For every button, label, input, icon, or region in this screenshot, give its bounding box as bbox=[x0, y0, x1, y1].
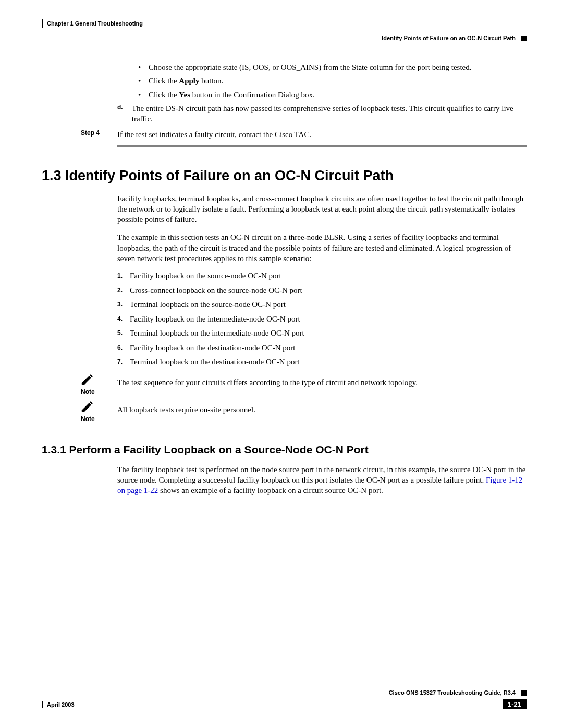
text: Facility loopback on the intermediate-no… bbox=[130, 315, 300, 323]
pencil-icon bbox=[81, 401, 94, 412]
note-label: Note bbox=[81, 388, 117, 396]
text: The facility loopback test is performed … bbox=[117, 465, 526, 484]
chapter-label: Chapter 1 General Troubleshooting bbox=[47, 20, 143, 27]
number: 3. bbox=[117, 301, 123, 309]
section-heading: 1.3 Identify Points of Failure on an OC-… bbox=[42, 168, 527, 184]
square-icon bbox=[521, 36, 527, 41]
note-label: Note bbox=[81, 415, 117, 423]
note-body: The test sequence for your circuits diff… bbox=[117, 374, 527, 391]
subsection-heading: 1.3.1 Perform a Facility Loopback on a S… bbox=[42, 443, 527, 456]
footer-date: April 2003 bbox=[42, 701, 75, 708]
paragraph: The facility loopback test is performed … bbox=[117, 464, 527, 496]
note-block: Note The test sequence for your circuits… bbox=[81, 374, 527, 396]
bullet-list: Choose the appropriate state (IS, OOS, o… bbox=[138, 62, 527, 100]
list-item: 3.Terminal loopback on the source-node O… bbox=[117, 300, 527, 310]
bold-text: Apply bbox=[179, 77, 199, 85]
page: Chapter 1 General Troubleshooting Identi… bbox=[0, 0, 563, 728]
bold-text: Yes bbox=[179, 91, 190, 99]
text: Click the bbox=[149, 77, 179, 85]
note-icon-col: Note bbox=[81, 401, 117, 423]
list-item: 7.Terminal loopback on the destination-n… bbox=[117, 357, 527, 367]
text: button. bbox=[200, 77, 224, 85]
number: 1. bbox=[117, 272, 123, 280]
text: button in the Confirmation Dialog box. bbox=[190, 91, 315, 99]
paragraph: Facility loopbacks, terminal loopbacks, … bbox=[117, 193, 527, 225]
text: Facility loopback on the destination-nod… bbox=[130, 343, 295, 352]
text: shows an example of a facility loopback … bbox=[158, 486, 383, 495]
step-text: If the test set indicates a faulty circu… bbox=[117, 129, 527, 140]
marker: d. bbox=[117, 103, 130, 112]
sub-step-d: d. The entire DS-N circuit path has now … bbox=[117, 103, 527, 125]
list-item: 2.Cross-connect loopback on the source-n… bbox=[117, 286, 527, 296]
list-item: 4.Facility loopback on the intermediate-… bbox=[117, 314, 527, 325]
list-item: 1.Facility loopback on the source-node O… bbox=[117, 271, 527, 281]
main-content: Choose the appropriate state (IS, OOS, o… bbox=[117, 62, 527, 496]
note-body: All loopback tests require on-site perso… bbox=[117, 401, 527, 418]
number: 4. bbox=[117, 315, 123, 324]
footer-top: Cisco ONS 15327 Troubleshooting Guide, R… bbox=[42, 689, 527, 697]
square-icon bbox=[521, 690, 527, 696]
note-icon-col: Note bbox=[81, 374, 117, 396]
number: 2. bbox=[117, 287, 123, 295]
list-item: Click the Apply button. bbox=[138, 76, 527, 86]
breadcrumb: Identify Points of Failure on an OC-N Ci… bbox=[42, 35, 527, 41]
breadcrumb-text: Identify Points of Failure on an OC-N Ci… bbox=[382, 35, 516, 41]
divider bbox=[117, 145, 527, 147]
page-number: 1-21 bbox=[503, 699, 527, 709]
footer: Cisco ONS 15327 Troubleshooting Guide, R… bbox=[42, 689, 527, 709]
note-block: Note All loopback tests require on-site … bbox=[81, 401, 527, 423]
paragraph: The example in this section tests an OC-… bbox=[117, 232, 527, 264]
text: Terminal loopback on the intermediate-no… bbox=[130, 329, 304, 337]
text: Cross-connect loopback on the source-nod… bbox=[130, 286, 302, 294]
step-4-row: Step 4 If the test set indicates a fault… bbox=[81, 129, 527, 140]
numbered-list: 1.Facility loopback on the source-node O… bbox=[117, 271, 527, 367]
list-item: 6.Facility loopback on the destination-n… bbox=[117, 343, 527, 353]
number: 7. bbox=[117, 358, 123, 366]
text: Choose the appropriate state (IS, OOS, o… bbox=[149, 63, 471, 71]
text: The entire DS-N circuit path has now pas… bbox=[132, 103, 525, 125]
text: Facility loopback on the source-node OC-… bbox=[130, 272, 282, 280]
list-item: Click the Yes button in the Confirmation… bbox=[138, 90, 527, 100]
footer-bottom: April 2003 1-21 bbox=[42, 697, 527, 709]
guide-title: Cisco ONS 15327 Troubleshooting Guide, R… bbox=[389, 689, 516, 696]
step-label: Step 4 bbox=[81, 129, 117, 140]
list-item: 5.Terminal loopback on the intermediate-… bbox=[117, 328, 527, 339]
text: Click the bbox=[149, 91, 179, 99]
number: 5. bbox=[117, 329, 123, 338]
list-item: Choose the appropriate state (IS, OOS, o… bbox=[138, 62, 527, 72]
number: 6. bbox=[117, 344, 123, 352]
text: Terminal loopback on the destination-nod… bbox=[130, 357, 300, 366]
text: Terminal loopback on the source-node OC-… bbox=[130, 300, 286, 309]
chapter-header: Chapter 1 General Troubleshooting bbox=[42, 19, 527, 28]
pencil-icon bbox=[81, 374, 94, 385]
